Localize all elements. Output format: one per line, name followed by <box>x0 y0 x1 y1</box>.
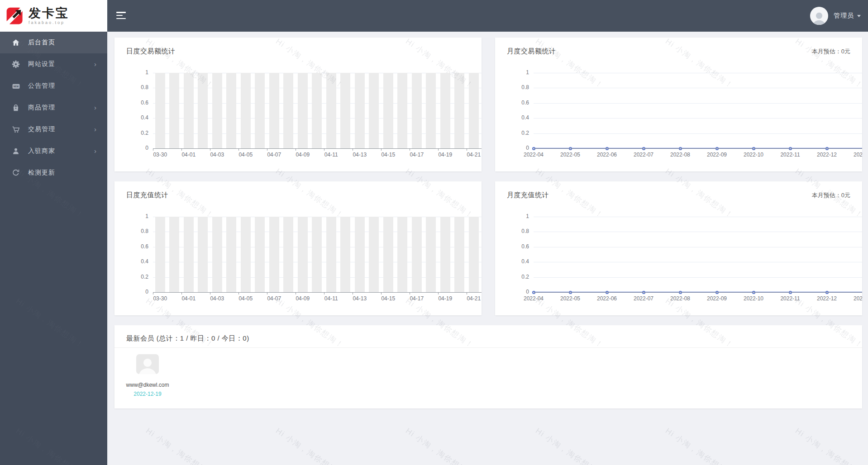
x-axis-tick <box>410 148 410 151</box>
chevron-right-icon: › <box>94 126 96 133</box>
x-axis-label: 04-21 <box>460 295 482 302</box>
x-axis-label: 2022-12 <box>813 295 841 302</box>
x-axis-tick <box>467 292 467 294</box>
x-axis-tick <box>210 292 210 294</box>
x-axis-label: 2022-11 <box>776 295 804 302</box>
y-axis-label: 1 <box>495 213 529 219</box>
sidebar-item-transactions[interactable]: 交易管理 › <box>0 119 107 140</box>
y-gridline <box>153 118 482 119</box>
member-join-date: 2022-12-19 <box>123 391 172 397</box>
x-axis-label: 04-15 <box>374 295 402 302</box>
data-point <box>679 147 682 150</box>
member-item[interactable]: www@dkewl.com 2022-12-19 <box>123 354 172 397</box>
x-axis-tick <box>153 292 153 294</box>
member-avatar-icon <box>136 354 159 374</box>
y-gridline <box>153 133 482 134</box>
bar-background <box>454 73 464 148</box>
x-axis-tick <box>353 292 353 294</box>
x-axis-label: 03-30 <box>146 152 174 158</box>
y-axis-label: 1 <box>495 69 529 76</box>
x-axis-label: 2022-07 <box>630 152 658 158</box>
line-series <box>534 148 862 149</box>
sidebar-item-products[interactable]: 商品管理 › <box>0 97 107 119</box>
x-axis-label: 2022-08 <box>666 152 694 158</box>
x-axis-label: 04-19 <box>431 152 459 158</box>
x-axis-label: 04-13 <box>346 152 374 158</box>
y-axis-label: 0.8 <box>495 228 529 234</box>
y-axis-label: 0.8 <box>114 228 148 234</box>
bar-background <box>255 73 265 148</box>
logo[interactable]: 发卡宝 fakabao.top <box>0 0 107 32</box>
bar-background <box>155 73 165 148</box>
sidebar-item-label: 公告管理 <box>28 82 55 90</box>
bar-background <box>412 73 422 148</box>
shopping-bag-icon <box>11 104 20 112</box>
x-axis-tick <box>238 148 239 151</box>
bar-background <box>226 73 236 148</box>
bar-background <box>198 217 208 292</box>
x-axis-label: 2022-04 <box>520 295 548 302</box>
y-gridline <box>534 247 862 247</box>
sidebar-menu: 后台首页 网站设置 › NEW 公告管理 商品管理 › 交易管理 <box>0 32 107 184</box>
x-axis-label: 2022-06 <box>593 295 621 302</box>
bar-background <box>426 73 436 148</box>
x-axis-label: 04-15 <box>374 152 402 158</box>
x-axis-label: 2022-11 <box>776 152 804 158</box>
bar-background <box>312 73 322 148</box>
y-axis-label: 0.2 <box>114 130 148 136</box>
x-axis-line <box>534 292 862 293</box>
y-axis-label: 0.4 <box>114 114 148 121</box>
x-axis-line <box>153 148 482 149</box>
y-axis-label: 0 <box>495 145 529 151</box>
user-avatar <box>810 7 828 25</box>
x-axis-label: 2022-10 <box>739 152 768 158</box>
x-axis-label: 2022-05 <box>556 152 584 158</box>
bar-background <box>326 217 336 292</box>
y-axis-label: 0.6 <box>114 100 148 106</box>
x-axis-tick <box>296 292 296 294</box>
y-axis-label: 0 <box>114 289 148 295</box>
bar-background <box>184 73 194 148</box>
y-gridline <box>153 262 482 262</box>
sidebar-item-label: 网站设置 <box>28 60 55 68</box>
bar-background <box>283 217 293 292</box>
bar-background <box>298 73 308 148</box>
bar-background <box>169 217 179 292</box>
y-gridline <box>534 103 862 104</box>
sidebar-item-merchants[interactable]: 入驻商家 › <box>0 140 107 162</box>
chart-title: 日度充值统计 <box>126 191 168 199</box>
sidebar-item-site-settings[interactable]: 网站设置 › <box>0 53 107 75</box>
x-axis-tick <box>267 292 267 294</box>
x-axis-line <box>534 148 862 149</box>
bar-background <box>169 73 179 148</box>
sidebar-item-home[interactable]: 后台首页 <box>0 32 107 53</box>
x-axis-tick <box>210 148 210 151</box>
x-axis-tick <box>381 148 382 151</box>
gear-icon <box>11 60 20 68</box>
x-axis-label: 2022-09 <box>703 295 731 302</box>
chart-card-daily-recharge: 日度充值统计 00.20.40.60.8103-3004-0104-0304-0… <box>114 181 482 315</box>
y-gridline <box>534 262 862 262</box>
sidebar-item-announcements[interactable]: NEW 公告管理 <box>0 75 107 97</box>
user-menu[interactable]: 管理员 <box>810 0 861 32</box>
logo-icon <box>5 6 24 25</box>
x-axis-label: 04-05 <box>232 152 260 158</box>
menu-toggle-icon[interactable] <box>116 12 126 21</box>
data-point <box>569 147 572 150</box>
svg-text:NEW: NEW <box>13 85 19 88</box>
data-point <box>862 147 863 150</box>
y-axis-label: 0.6 <box>114 243 148 250</box>
sidebar-item-label: 商品管理 <box>28 104 55 112</box>
data-point <box>642 291 645 294</box>
sidebar-item-check-update[interactable]: 检测更新 <box>0 162 107 184</box>
y-axis-label: 1 <box>114 213 148 219</box>
bar-background <box>255 217 265 292</box>
bar-background <box>340 73 350 148</box>
x-axis-label: 2022-07 <box>630 295 658 302</box>
bar-background <box>383 217 393 292</box>
bar-background <box>269 73 279 148</box>
y-gridline <box>153 277 482 278</box>
data-point <box>862 291 863 294</box>
x-axis-label: 2022-06 <box>593 152 621 158</box>
data-point <box>752 147 755 150</box>
